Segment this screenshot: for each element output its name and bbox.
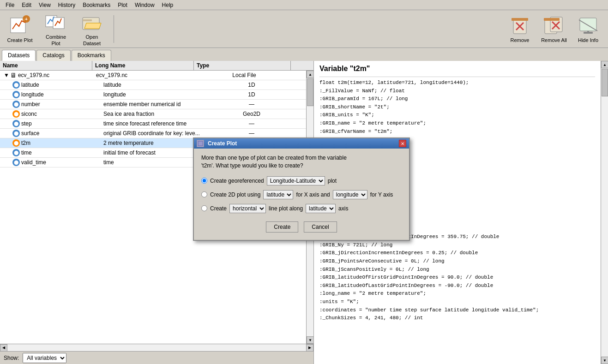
- dialog-option1-radio[interactable]: [201, 178, 207, 184]
- dialog-cancel-button[interactable]: Cancel: [304, 221, 337, 233]
- dialog-option3-dropdown1[interactable]: horizontal: [229, 204, 266, 213]
- dialog-option1-dropdown[interactable]: Longitude-Latitude: [267, 176, 325, 185]
- dialog-title-text: Create Plot: [208, 140, 237, 147]
- dialog-message: More than one type of plot can be create…: [201, 154, 402, 170]
- dialog-option2-middle: for X axis and: [296, 191, 330, 198]
- dialog-option1-suffix: plot: [328, 178, 337, 184]
- dialog-option2-label: Create 2D plot using: [210, 191, 260, 198]
- dialog-title-icon: [197, 140, 204, 147]
- dialog-content: More than one type of plot can be create…: [194, 149, 409, 240]
- dialog-option2-dropdown2[interactable]: longitude: [333, 190, 367, 199]
- dialog-option2: Create 2D plot using latitude for X axis…: [201, 190, 402, 199]
- svg-rect-21: [198, 141, 203, 146]
- create-plot-dialog: Create Plot ✕ More than one type of plot…: [193, 137, 410, 241]
- dialog-overlay: Create Plot ✕ More than one type of plot…: [0, 0, 608, 364]
- dialog-option3-middle: line plot along: [269, 205, 303, 212]
- dialog-option2-suffix: for Y axis: [370, 191, 393, 198]
- dialog-buttons: Create Cancel: [201, 218, 402, 234]
- dialog-option3-label: Create: [210, 205, 227, 212]
- dialog-option3-suffix: axis: [338, 205, 348, 212]
- dialog-option3-radio[interactable]: [201, 205, 207, 211]
- dialog-option3-dropdown2[interactable]: latitude: [306, 204, 336, 213]
- dialog-option1-label: Create georeferenced: [210, 178, 264, 184]
- dialog-titlebar: Create Plot ✕: [194, 138, 409, 149]
- dialog-option2-radio[interactable]: [201, 191, 207, 197]
- dialog-option3: Create horizontal line plot along latitu…: [201, 204, 402, 213]
- dialog-option2-dropdown1[interactable]: latitude: [263, 190, 293, 199]
- dialog-option1: Create georeferenced Longitude-Latitude …: [201, 176, 402, 185]
- dialog-create-button[interactable]: Create: [266, 221, 298, 233]
- dialog-close-button[interactable]: ✕: [399, 140, 406, 147]
